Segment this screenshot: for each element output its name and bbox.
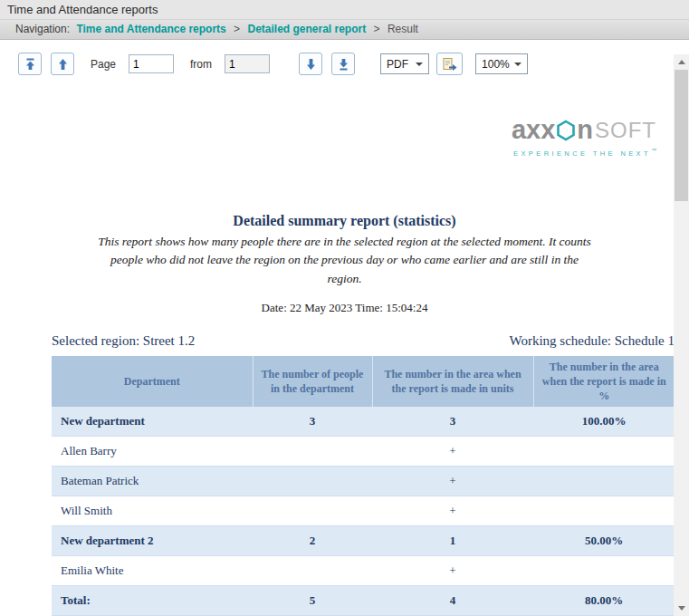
previous-page-button[interactable] [51,53,74,75]
logo-tagline: EXPERIENCE THE NEXT™ [512,148,656,158]
first-page-button[interactable] [18,53,42,75]
report-table: Department The number of people in the d… [52,356,675,616]
arrow-down-bar-icon [338,58,349,71]
window-title: Time and Attendance reports [7,3,158,16]
axxonsoft-logo: axx n SOFT EXPERIENCE THE NEXT™ [512,117,656,158]
breadcrumb-separator: > [374,23,380,35]
selected-region-label: Selected region: Street 1.2 [52,333,195,349]
column-header-area-units: The number in the area when the report i… [372,356,533,408]
triangle-down-icon [678,606,685,611]
table-row-emilia-white: Emilia White+ [52,556,675,586]
cell-percent: 100.00% [533,407,675,437]
arrow-down-icon [305,58,317,71]
axxonsoft-logo-wordmark: axx n SOFT [512,117,656,143]
breadcrumb-label: Navigation: [15,23,70,35]
breadcrumb-link-reports[interactable]: Time and Attendance reports [76,23,225,35]
report-title: Detailed summary report (statistics) [0,88,689,229]
export-format-select[interactable]: PDF [380,53,429,74]
logo-text-right: SOFT [595,120,656,141]
table-row-new-department-2: New department 22150.00% [52,526,675,556]
report-description: This report shows how many people there … [98,233,591,288]
logo-trademark: ™ [651,148,656,153]
cell-people: 5 [253,586,372,616]
working-schedule-label: Working schedule: Schedule 1 [510,333,675,349]
cell-percent [533,467,675,496]
scrollbar-thumb[interactable] [675,70,688,201]
cell-percent [533,556,675,586]
breadcrumb: Navigation: Time and Attendance reports … [0,20,689,40]
cell-units: 4 [372,586,533,616]
cell-units: 3 [372,407,533,437]
next-page-button[interactable] [299,53,322,75]
report-table-header: Department The number of people in the d… [52,356,675,408]
table-row-new-department: New department33100.00% [52,407,675,437]
zoom-value: 100% [482,58,510,71]
cell-percent [533,496,675,526]
export-icon [442,57,457,72]
export-button[interactable] [436,53,463,75]
logo-text-mid: n [577,117,593,143]
breadcrumb-separator: > [234,23,240,35]
report-table-body: New department33100.00%Allen Barry+Batem… [52,407,675,616]
cell-people [253,556,372,586]
logo-text-left: axx [512,117,555,143]
table-row-total: Total:5480.00% [52,586,675,616]
table-row-bateman-patrick: Bateman Patrick+ [52,467,675,496]
cell-units: + [372,437,533,467]
logo-tagline-text: EXPERIENCE THE NEXT [513,149,651,158]
scroll-down-button[interactable] [674,601,689,616]
cell-people [253,437,372,467]
cell-percent [533,437,675,467]
breadcrumb-link-detailed-general-report[interactable]: Detailed general report [247,23,366,35]
cell-people [253,496,372,526]
cell-department: Bateman Patrick [52,467,253,496]
breadcrumb-current: Result [388,23,418,35]
page-label: Page [91,58,116,71]
cell-people [253,467,372,496]
cell-percent: 50.00% [533,526,675,556]
cell-department: New department [52,407,253,437]
report-toolbar: Page from PDF [0,40,689,88]
zoom-select[interactable]: 100% [475,53,528,74]
vertical-scrollbar[interactable] [674,54,689,616]
column-header-area-percent: The number in the area when the report i… [533,356,675,408]
report-parameters: Selected region: Street 1.2 Working sche… [52,333,675,349]
export-format-value: PDF [387,58,408,71]
cell-percent: 80.00% [533,586,675,616]
cell-department: New department 2 [52,526,253,556]
scroll-up-button[interactable] [674,54,689,70]
cell-department: Emilia White [52,556,253,586]
cell-department: Allen Barry [52,437,253,467]
cell-units: + [372,556,533,586]
report-datetime: Date: 22 May 2023 Time: 15:04:24 [0,301,689,315]
table-row-will-smith: Will Smith+ [52,496,675,526]
from-label: from [190,58,212,71]
arrow-up-bar-icon [24,58,36,71]
cell-units: 1 [372,526,533,556]
cell-units: + [372,496,533,526]
total-pages-input[interactable] [225,54,270,73]
table-row-allen-barry: Allen Barry+ [52,437,675,467]
chevron-down-icon [416,63,423,66]
cell-people: 3 [253,407,372,437]
triangle-up-icon [678,60,685,64]
cell-department: Total: [52,586,253,616]
chevron-down-icon [514,63,522,66]
column-header-department: Department [52,356,253,408]
last-page-button[interactable] [331,53,355,75]
report-window: Time and Attendance reports Navigation: … [0,0,689,616]
cell-department: Will Smith [52,496,253,526]
arrow-up-icon [57,58,69,71]
report-page: axx n SOFT EXPERIENCE THE NEXT™ Detailed… [0,88,689,616]
window-titlebar: Time and Attendance reports [0,0,689,20]
column-header-people-count: The number of people in the department [253,356,372,408]
page-input[interactable] [129,54,174,73]
hexagon-icon [556,120,576,141]
cell-people: 2 [253,526,372,556]
cell-units: + [372,467,533,496]
